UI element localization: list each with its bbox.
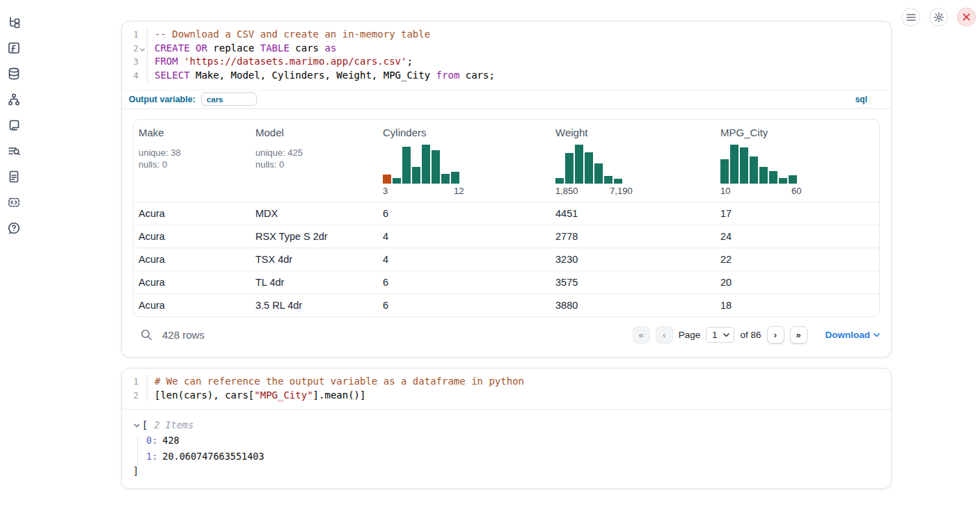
logs-icon[interactable]	[6, 143, 22, 159]
help-icon[interactable]	[6, 220, 22, 236]
code-token: -- Download a CSV and create an in-memor…	[155, 29, 430, 40]
download-label: Download	[825, 330, 871, 340]
table-header-row: Make unique: 38 nulls: 0 Model unique: 4…	[134, 120, 879, 202]
topbar	[901, 8, 976, 26]
histogram-bar	[402, 147, 411, 184]
histogram-bar	[422, 145, 430, 184]
code-line[interactable]: 1 -- Download a CSV and create an in-mem…	[122, 28, 891, 42]
scratchpad-icon[interactable]	[6, 118, 22, 133]
previous-page-button[interactable]: ‹	[656, 326, 673, 344]
code-token: cars	[290, 42, 325, 54]
sidebar	[6, 15, 22, 236]
column-stats: unique: 38 nulls: 0	[139, 147, 251, 170]
code-token: TABLE	[260, 42, 290, 54]
table-cell: 24	[716, 231, 879, 242]
histogram-bar	[740, 147, 748, 184]
table-cell: RSX Type S 2dr	[251, 231, 378, 242]
histogram-min-label: 10	[720, 186, 730, 197]
fold-gutter	[139, 389, 148, 403]
functions-icon[interactable]	[6, 40, 22, 56]
table-footer: 428 rows « ‹ Page 1 of 86 › » Download	[133, 323, 880, 348]
code-token: from	[436, 70, 460, 81]
column-title[interactable]: MPG_City	[720, 127, 768, 138]
gear-icon	[933, 12, 945, 23]
file-explorer-icon[interactable]	[6, 15, 22, 30]
tree-entries: 0:428 1:20.060747663551403	[133, 433, 880, 464]
code-token: as	[324, 42, 336, 54]
python-code-editor[interactable]: 1 # We can reference the output variable…	[122, 369, 891, 409]
language-badge[interactable]: sql	[855, 95, 867, 104]
output-variable-input[interactable]	[201, 92, 257, 106]
dependency-graph-icon[interactable]	[6, 92, 22, 107]
histogram-max-label: 12	[454, 186, 464, 197]
column-title[interactable]: Weight	[555, 127, 587, 138]
sql-code-editor[interactable]: 1 -- Download a CSV and create an in-mem…	[122, 22, 891, 90]
line-number: 1	[122, 28, 139, 42]
table-cell: 4	[378, 231, 551, 242]
code-token: CREATE	[155, 42, 190, 54]
code-line[interactable]: 2 [len(cars), cars["MPG_City"].mean()]	[122, 389, 891, 403]
page-select[interactable]: 1	[706, 327, 734, 343]
table-cell: 6	[378, 300, 551, 311]
column-title[interactable]: Model	[255, 127, 284, 138]
column-title[interactable]: Cylinders	[383, 127, 427, 138]
datasources-icon[interactable]	[6, 66, 22, 81]
tree-entry-value: 428	[162, 435, 179, 446]
tree-entry-value: 20.060747663551403	[162, 451, 264, 462]
tree-close-bracket: ]	[133, 464, 880, 478]
code-line[interactable]: 2 CREATE OR replace TABLE cars as	[122, 42, 891, 56]
first-page-button[interactable]: «	[633, 326, 650, 344]
line-number: 2	[122, 42, 139, 56]
code-line[interactable]: 4 SELECT Make, Model, Cylinders, Weight,…	[122, 69, 891, 83]
shutdown-button[interactable]	[957, 8, 976, 26]
code-token	[190, 42, 196, 54]
table-cell: 4451	[551, 208, 716, 219]
fold-icon[interactable]	[139, 47, 145, 52]
column-title[interactable]: Make	[139, 127, 164, 138]
table-body: AcuraMDX6445117AcuraRSX Type S 2dr427782…	[134, 202, 879, 316]
settings-button[interactable]	[929, 8, 948, 26]
tree-root-row: [ 2 Items	[133, 418, 880, 433]
histogram-bar	[575, 145, 583, 184]
tree-open-bracket: [	[142, 418, 148, 433]
table-cell: Acura	[134, 300, 251, 311]
last-page-button[interactable]: »	[790, 326, 807, 344]
table-cell: 4	[378, 254, 551, 265]
line-number: 2	[122, 389, 139, 403]
search-button[interactable]	[139, 328, 154, 343]
output-variable-label: Output variable:	[129, 95, 196, 104]
table-cell: 22	[716, 254, 879, 265]
table-cell: Acura	[134, 208, 251, 219]
line-number: 1	[122, 375, 139, 389]
code-token: FROM	[155, 56, 178, 67]
menu-button[interactable]	[901, 8, 920, 26]
histogram-bar	[769, 171, 777, 184]
histogram-bar	[555, 178, 564, 184]
column-histogram: 3 12	[383, 145, 459, 197]
table-cell: 6	[378, 208, 551, 219]
code-token: [len(cars), cars[	[155, 389, 254, 401]
code-token: OR	[196, 42, 207, 54]
table-row: Acura3.5 RL 4dr6388018	[134, 293, 879, 316]
code-line[interactable]: 3 FROM 'https://datasets.marimo.app/cars…	[122, 55, 891, 69]
column-histogram: 10 60	[720, 145, 797, 197]
page-label: Page	[679, 330, 701, 340]
collapse-icon[interactable]	[133, 423, 141, 428]
next-page-button[interactable]: ›	[767, 326, 784, 344]
column-histogram: 1,850 7,190	[555, 145, 622, 197]
output-variable-bar: Output variable: sql	[122, 90, 891, 108]
histogram-bar	[393, 178, 401, 184]
download-button[interactable]: Download	[825, 330, 880, 340]
table-cell: 17	[716, 208, 879, 219]
histogram-bar	[594, 163, 603, 184]
snippets-icon[interactable]	[6, 195, 22, 210]
chevron-down-icon	[723, 333, 729, 337]
histogram-bar	[750, 156, 758, 184]
code-line[interactable]: 1 # We can reference the output variable…	[122, 375, 891, 389]
chevron-down-icon	[874, 333, 880, 337]
table-row: AcuraRSX Type S 2dr4277824	[134, 225, 879, 248]
documentation-icon[interactable]	[6, 169, 22, 184]
histogram-bar	[730, 145, 738, 184]
tree-entry: 1:20.060747663551403	[133, 449, 880, 465]
code-token: ;	[406, 56, 412, 67]
